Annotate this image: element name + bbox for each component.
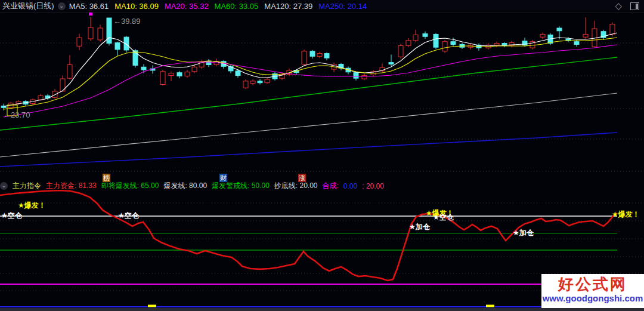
candle-body	[258, 81, 262, 83]
signal-label: ★加仓	[513, 229, 534, 237]
indicator-label: 即将爆发线: 65.00	[101, 181, 159, 191]
candle-body	[540, 34, 545, 37]
signal-label: ★爆发！	[612, 210, 640, 218]
indicator-header: ⌄ 主力指令主力资金: 81.33即将爆发线: 65.00爆发线: 80.00爆…	[0, 181, 644, 190]
candle-body	[423, 33, 428, 36]
candle-body	[243, 81, 248, 88]
candle-body	[406, 41, 411, 46]
indicator-label: 主力资金: 81.33	[46, 181, 97, 191]
watermark-title: 好公式网	[541, 275, 644, 293]
indicator-label: 爆发线: 80.00	[163, 181, 207, 191]
candle-body	[38, 96, 43, 100]
ma-label: MA120: 27.39	[264, 2, 312, 11]
candle-body	[115, 43, 120, 50]
signal-label: ★空仓	[118, 211, 140, 220]
watermark-url: www.goodgongshi.com	[541, 293, 644, 304]
signal-label: ★加仓	[409, 223, 431, 231]
candle-body	[67, 64, 72, 78]
price-annotation: ←23.70	[3, 110, 30, 119]
candle-body	[185, 72, 190, 76]
window-bottom-border	[0, 308, 644, 311]
indicator-label: 爆发警戒线: 50.00	[212, 181, 270, 191]
candle-body	[265, 79, 270, 83]
ma-label: MA20: 35.32	[165, 2, 209, 11]
watermark: 好公式网 www.goodgongshi.com	[541, 274, 644, 308]
candle-body	[398, 45, 403, 57]
candle-body	[250, 81, 255, 84]
candle-body	[310, 51, 315, 57]
candle-body	[77, 38, 82, 46]
ma-line-MA10	[4, 38, 617, 109]
indicator-label: : 20.00	[362, 182, 384, 190]
indicator-label: 主力指令	[13, 181, 41, 191]
candle-body	[566, 39, 571, 41]
candle-body	[192, 67, 197, 72]
candle-body	[52, 91, 57, 97]
chevron-down-icon[interactable]: ⌄	[58, 2, 66, 10]
candle-body	[434, 34, 438, 47]
ma-line-MA5	[4, 33, 617, 106]
ma-label: MA5: 36.61	[69, 2, 109, 11]
candle-body	[583, 34, 588, 37]
candle-body	[236, 71, 240, 76]
title-bar: 兴业银锡(日线) ⌄ MA5: 36.61MA10: 36.09MA20: 35…	[0, 0, 644, 13]
signal-label: ★爆发！	[18, 201, 46, 210]
ma-label: MA250: 20.14	[318, 2, 367, 11]
stock-title: 兴业银锡(日线)	[2, 1, 54, 11]
candle-body	[354, 73, 358, 78]
indicator-label: 合成:	[323, 181, 339, 191]
price-annotation: ←39.89	[113, 17, 141, 26]
chart-window: 兴业银锡(日线) ⌄ MA5: 36.61MA10: 36.09MA20: 35…	[0, 0, 644, 311]
ma-line-MA250	[0, 133, 617, 167]
candle-body	[557, 28, 562, 31]
indicator-label: 0.00	[343, 182, 357, 190]
candle-body	[160, 72, 165, 85]
candle-body	[494, 44, 499, 45]
candle-body	[324, 54, 329, 58]
candle-body	[317, 54, 322, 57]
candle-body	[362, 75, 367, 79]
candle-body	[98, 28, 103, 40]
candle-body	[574, 42, 579, 45]
diamond-icon[interactable]: ◇	[615, 2, 622, 10]
ma-label: MA10: 36.09	[114, 2, 159, 11]
candle-body	[451, 42, 456, 45]
ma-line-MA120	[0, 93, 617, 157]
ma-legend: MA5: 36.61MA10: 36.09MA20: 35.32MA60: 33…	[69, 2, 367, 11]
titlebar-controls: ◇	[615, 2, 639, 10]
candle-body	[169, 73, 174, 76]
candle-body	[389, 63, 394, 64]
main-price-chart[interactable]: ←39.89←23.70	[0, 12, 644, 183]
candle-body	[302, 51, 306, 64]
candle-body	[610, 24, 615, 35]
split-panel-icon[interactable]	[630, 2, 639, 10]
chevron-down-icon[interactable]: ⌄	[0, 182, 8, 190]
candle-body	[413, 35, 418, 40]
indicator-label: 抄底线: 20.00	[274, 181, 318, 191]
ma-line-MA60	[0, 57, 617, 130]
ma-label: MA60: 33.05	[215, 2, 259, 11]
signal-label: ★空仓	[1, 211, 23, 220]
signal-label: ★空仓	[433, 213, 454, 221]
candle-body	[141, 67, 146, 70]
candle-body	[88, 27, 93, 39]
candle-body	[177, 73, 182, 76]
candle-body	[442, 42, 447, 51]
